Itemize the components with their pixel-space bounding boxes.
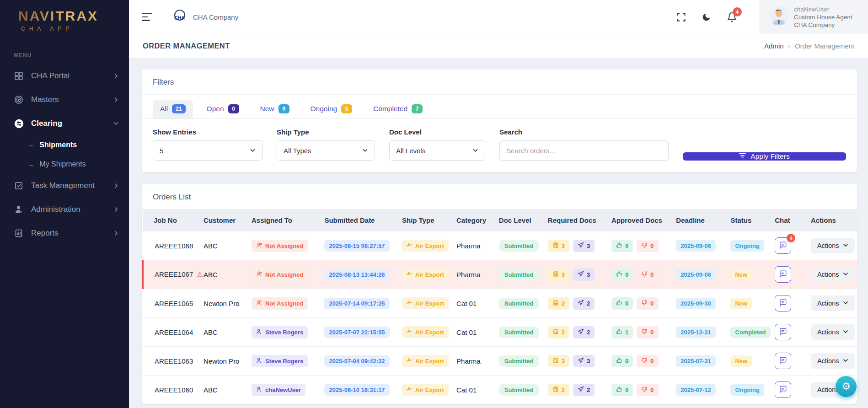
sent-docs-badge: 3 (573, 268, 595, 281)
company-switcher[interactable]: CHA CHA Company (171, 8, 238, 26)
tab-count-badge: 9 (279, 104, 289, 113)
actions-button[interactable]: Actions (811, 295, 855, 311)
actions-button[interactable]: Actions (811, 324, 855, 340)
chat-button[interactable] (775, 381, 791, 398)
actions-button[interactable]: Actions (811, 267, 855, 282)
breadcrumb-root[interactable]: Admin (764, 42, 784, 50)
sidebar-item-clearing[interactable]: Clearing (0, 112, 129, 135)
chat-bubble-icon (779, 356, 787, 366)
send-icon (578, 357, 584, 365)
target-icon (14, 95, 24, 105)
tab-open[interactable]: Open0 (199, 100, 246, 118)
tab-all[interactable]: All21 (153, 100, 193, 118)
chat-button[interactable] (775, 353, 791, 369)
sidebar-item-reports[interactable]: Reports (0, 221, 129, 245)
sidebar-item-cha-portal[interactable]: CHA Portal (0, 64, 129, 88)
tab-new[interactable]: New9 (253, 100, 297, 118)
brand-logo-text: NAVITRAX (18, 8, 129, 24)
actions-button[interactable]: Actions (811, 238, 855, 253)
sent-docs-badge: 2 (573, 384, 595, 396)
send-icon (578, 242, 584, 250)
rejected-count-badge: 0 (637, 268, 658, 281)
send-icon (578, 328, 584, 336)
tab-label: Open (207, 105, 224, 113)
chevron-down-icon (843, 242, 848, 249)
apply-filters-button[interactable]: Apply Filters (683, 152, 846, 161)
plane-icon (407, 300, 413, 307)
user-menu[interactable]: chaNewUser Custom House Agent CHA Compan… (759, 0, 868, 34)
user-name: chaNewUser (794, 6, 852, 13)
send-icon (578, 386, 584, 394)
chat-button[interactable]: 4 (775, 237, 791, 254)
sidebar-item-label: Masters (31, 95, 106, 104)
dark-mode-moon-icon[interactable] (702, 12, 711, 22)
show-entries-select[interactable]: 5 (153, 140, 263, 161)
ship-type-badge: Air Export (402, 297, 449, 309)
customer-cell: Newton Pro (199, 347, 247, 376)
tab-label: New (260, 105, 274, 113)
customer-cell: ABC (199, 318, 247, 347)
approved-count-badge: 0 (611, 297, 633, 310)
orders-title: Orders List (142, 184, 857, 209)
status-badge: New (730, 269, 752, 280)
actions-button[interactable]: Actions (811, 353, 855, 369)
chat-button[interactable] (775, 295, 791, 311)
rejected-count-badge: 0 (637, 240, 658, 252)
ship-type-select[interactable]: All Types (277, 140, 375, 161)
search-input[interactable] (499, 140, 669, 161)
tab-count-badge: 5 (341, 104, 352, 113)
doc-level-badge: Submitted (499, 355, 539, 367)
chat-button[interactable] (775, 324, 791, 340)
sidebar-subitem-label: Shipments (39, 141, 77, 149)
column-header-doc-level: Doc Level (494, 209, 543, 231)
filter-controls: Show Entries 5 Ship Type All Types (142, 119, 857, 172)
person-icon (256, 271, 263, 279)
company-logo-icon: CHA (171, 8, 188, 26)
topbar: CHA CHA Company 4 chaNewUser (129, 0, 868, 34)
tab-ongoing[interactable]: Ongoing5 (303, 100, 360, 118)
doc-level-badge: Submitted (499, 298, 539, 309)
sidebar-subitem-my-shipments[interactable]: –My Shipments (0, 155, 129, 174)
required-docs-badge: 3 (548, 240, 569, 252)
thumbs-up-icon (616, 386, 622, 394)
category-cell: Pharma (452, 231, 494, 260)
deadline-badge: 2025-09-30 (676, 298, 716, 309)
orders-table-body: AREEE1068ABCNot Assigned2025-08-15 08:27… (143, 231, 857, 404)
plane-icon (407, 271, 413, 278)
column-header-submitted-date: Submitted Date (320, 209, 397, 231)
job-no: AREEE1063 (155, 357, 193, 365)
chat-button[interactable] (775, 266, 791, 283)
approved-count-badge: 0 (611, 384, 633, 396)
sidebar-subitem-shipments[interactable]: –Shipments (0, 135, 129, 155)
reports-icon (14, 228, 24, 238)
tab-completed[interactable]: Completed7 (366, 100, 430, 118)
notification-count-badge: 4 (733, 7, 742, 16)
page-title-bar: ORDER MANAGEMENT Admin › Order Managemen… (129, 34, 868, 58)
chevron-down-icon (472, 147, 478, 155)
sidebar-item-task-management[interactable]: Task Management (0, 174, 129, 198)
sidebar-item-masters[interactable]: Masters (0, 88, 129, 112)
assigned-to-badge: Steve Rogers (252, 326, 308, 338)
fullscreen-icon[interactable] (676, 12, 686, 22)
brand-logo-subtext: CHA APP (18, 26, 129, 32)
clearing-icon (14, 118, 24, 129)
sent-docs-badge: 2 (573, 297, 595, 310)
thumbs-down-icon (641, 300, 648, 307)
ship-type-label: Ship Type (277, 128, 375, 136)
doc-level-select[interactable]: All Levels (389, 140, 485, 161)
customer-cell: Newton Pro (199, 289, 247, 318)
deadline-badge: 2025-09-06 (676, 269, 716, 280)
rejected-count-badge: 0 (637, 384, 658, 396)
category-cell: Pharma (452, 347, 494, 376)
gear-icon: ⚙ (841, 381, 851, 392)
thumbs-up-icon (616, 357, 622, 365)
assigned-to-badge: Not Assigned (252, 268, 308, 281)
doc-level-label: Doc Level (389, 128, 485, 136)
person-icon (256, 386, 263, 394)
sidebar: NAVITRAX CHA APP MENU CHA PortalMastersC… (0, 0, 129, 408)
settings-gear-fab[interactable]: ⚙ (836, 376, 857, 397)
sidebar-item-administration[interactable]: Administration (0, 198, 129, 221)
assigned-to-badge: chaNewUser (252, 384, 305, 396)
hamburger-menu-icon[interactable] (142, 13, 154, 21)
notifications-bell-icon[interactable]: 4 (727, 12, 737, 22)
